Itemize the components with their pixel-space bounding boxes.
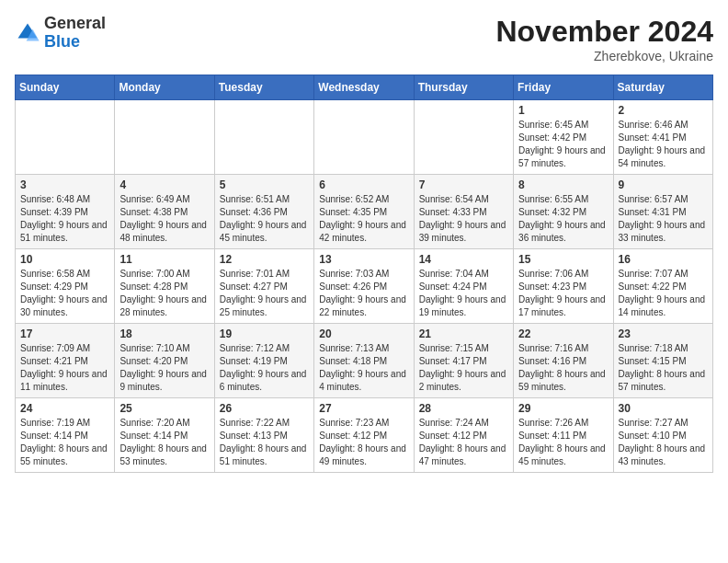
- day-info: Sunrise: 6:55 AM Sunset: 4:32 PM Dayligh…: [518, 193, 608, 245]
- day-info: Sunrise: 7:24 AM Sunset: 4:12 PM Dayligh…: [419, 417, 508, 468]
- calendar-cell: [214, 100, 313, 175]
- calendar-cell: 9Sunrise: 6:57 AM Sunset: 4:31 PM Daylig…: [613, 175, 712, 249]
- calendar-cell: 3Sunrise: 6:48 AM Sunset: 4:39 PM Daylig…: [16, 175, 115, 249]
- calendar-cell: 22Sunrise: 7:16 AM Sunset: 4:16 PM Dayli…: [514, 324, 613, 398]
- month-title: November 2024: [495, 15, 713, 49]
- day-info: Sunrise: 6:52 AM Sunset: 4:35 PM Dayligh…: [319, 193, 408, 245]
- day-number: 23: [619, 327, 708, 340]
- day-info: Sunrise: 7:27 AM Sunset: 4:10 PM Dayligh…: [619, 417, 708, 468]
- calendar-cell: 18Sunrise: 7:10 AM Sunset: 4:20 PM Dayli…: [115, 324, 214, 398]
- day-number: 5: [220, 178, 309, 191]
- calendar-cell: 28Sunrise: 7:24 AM Sunset: 4:12 PM Dayli…: [414, 398, 513, 473]
- calendar-cell: 16Sunrise: 7:07 AM Sunset: 4:22 PM Dayli…: [613, 249, 712, 324]
- calendar-cell: [314, 100, 414, 175]
- calendar-cell: 20Sunrise: 7:13 AM Sunset: 4:18 PM Dayli…: [314, 324, 414, 398]
- day-info: Sunrise: 7:26 AM Sunset: 4:11 PM Dayligh…: [518, 417, 608, 468]
- calendar: SundayMondayTuesdayWednesdayThursdayFrid…: [15, 75, 713, 473]
- calendar-cell: 17Sunrise: 7:09 AM Sunset: 4:21 PM Dayli…: [16, 324, 115, 398]
- day-number: 26: [220, 402, 309, 415]
- day-info: Sunrise: 7:19 AM Sunset: 4:14 PM Dayligh…: [20, 417, 109, 468]
- calendar-cell: 11Sunrise: 7:00 AM Sunset: 4:28 PM Dayli…: [115, 249, 214, 324]
- calendar-cell: [16, 100, 115, 175]
- page-header: General Blue November 2024 Zherebkove, U…: [15, 15, 713, 63]
- calendar-cell: 23Sunrise: 7:18 AM Sunset: 4:15 PM Dayli…: [613, 324, 712, 398]
- day-info: Sunrise: 6:54 AM Sunset: 4:33 PM Dayligh…: [419, 193, 508, 245]
- calendar-cell: 30Sunrise: 7:27 AM Sunset: 4:10 PM Dayli…: [613, 398, 712, 473]
- calendar-cell: 26Sunrise: 7:22 AM Sunset: 4:13 PM Dayli…: [214, 398, 313, 473]
- day-info: Sunrise: 7:15 AM Sunset: 4:17 PM Dayligh…: [419, 342, 508, 394]
- weekday-header-saturday: Saturday: [613, 75, 712, 100]
- day-number: 7: [419, 178, 508, 191]
- day-number: 28: [419, 402, 508, 415]
- day-info: Sunrise: 7:22 AM Sunset: 4:13 PM Dayligh…: [220, 417, 309, 468]
- day-number: 6: [319, 178, 408, 191]
- weekday-header-wednesday: Wednesday: [314, 75, 414, 100]
- day-info: Sunrise: 6:58 AM Sunset: 4:29 PM Dayligh…: [20, 268, 109, 319]
- day-number: 27: [319, 402, 408, 415]
- day-number: 4: [119, 178, 209, 191]
- day-info: Sunrise: 7:00 AM Sunset: 4:28 PM Dayligh…: [119, 268, 209, 319]
- day-info: Sunrise: 7:01 AM Sunset: 4:27 PM Dayligh…: [220, 268, 309, 319]
- day-info: Sunrise: 6:49 AM Sunset: 4:38 PM Dayligh…: [119, 193, 209, 245]
- day-info: Sunrise: 7:06 AM Sunset: 4:23 PM Dayligh…: [518, 268, 608, 319]
- day-info: Sunrise: 7:13 AM Sunset: 4:18 PM Dayligh…: [319, 342, 408, 394]
- day-info: Sunrise: 6:57 AM Sunset: 4:31 PM Dayligh…: [619, 193, 708, 245]
- weekday-header-sunday: Sunday: [16, 75, 115, 100]
- calendar-cell: 21Sunrise: 7:15 AM Sunset: 4:17 PM Dayli…: [414, 324, 513, 398]
- calendar-cell: 12Sunrise: 7:01 AM Sunset: 4:27 PM Dayli…: [214, 249, 313, 324]
- calendar-cell: 15Sunrise: 7:06 AM Sunset: 4:23 PM Dayli…: [514, 249, 613, 324]
- day-info: Sunrise: 6:45 AM Sunset: 4:42 PM Dayligh…: [518, 119, 608, 170]
- calendar-cell: 2Sunrise: 6:46 AM Sunset: 4:41 PM Daylig…: [613, 100, 712, 175]
- day-number: 17: [20, 327, 109, 340]
- calendar-cell: 6Sunrise: 6:52 AM Sunset: 4:35 PM Daylig…: [314, 175, 414, 249]
- calendar-cell: 7Sunrise: 6:54 AM Sunset: 4:33 PM Daylig…: [414, 175, 513, 249]
- calendar-cell: 1Sunrise: 6:45 AM Sunset: 4:42 PM Daylig…: [514, 100, 613, 175]
- day-info: Sunrise: 7:18 AM Sunset: 4:15 PM Dayligh…: [619, 342, 708, 394]
- day-number: 1: [518, 104, 608, 117]
- calendar-cell: 4Sunrise: 6:49 AM Sunset: 4:38 PM Daylig…: [115, 175, 214, 249]
- calendar-cell: 14Sunrise: 7:04 AM Sunset: 4:24 PM Dayli…: [414, 249, 513, 324]
- weekday-header-thursday: Thursday: [414, 75, 513, 100]
- day-number: 19: [220, 327, 309, 340]
- calendar-cell: 10Sunrise: 6:58 AM Sunset: 4:29 PM Dayli…: [16, 249, 115, 324]
- day-number: 20: [319, 327, 408, 340]
- day-number: 29: [518, 402, 608, 415]
- day-number: 9: [619, 178, 708, 191]
- day-number: 24: [20, 402, 109, 415]
- weekday-header-monday: Monday: [115, 75, 214, 100]
- calendar-cell: [414, 100, 513, 175]
- calendar-cell: 8Sunrise: 6:55 AM Sunset: 4:32 PM Daylig…: [514, 175, 613, 249]
- day-number: 25: [119, 402, 209, 415]
- day-info: Sunrise: 7:07 AM Sunset: 4:22 PM Dayligh…: [619, 268, 708, 319]
- calendar-cell: 24Sunrise: 7:19 AM Sunset: 4:14 PM Dayli…: [16, 398, 115, 473]
- day-number: 16: [619, 253, 708, 266]
- day-number: 18: [119, 327, 209, 340]
- location: Zherebkove, Ukraine: [495, 49, 713, 63]
- day-info: Sunrise: 6:48 AM Sunset: 4:39 PM Dayligh…: [20, 193, 109, 245]
- day-info: Sunrise: 7:16 AM Sunset: 4:16 PM Dayligh…: [518, 342, 608, 394]
- day-number: 14: [419, 253, 508, 266]
- day-info: Sunrise: 7:09 AM Sunset: 4:21 PM Dayligh…: [20, 342, 109, 394]
- day-number: 10: [20, 253, 109, 266]
- day-info: Sunrise: 7:20 AM Sunset: 4:14 PM Dayligh…: [119, 417, 209, 468]
- day-number: 3: [20, 178, 109, 191]
- day-number: 15: [518, 253, 608, 266]
- day-number: 8: [518, 178, 608, 191]
- day-number: 13: [319, 253, 408, 266]
- day-number: 11: [119, 253, 209, 266]
- day-number: 22: [518, 327, 608, 340]
- day-info: Sunrise: 7:04 AM Sunset: 4:24 PM Dayligh…: [419, 268, 508, 319]
- day-number: 12: [220, 253, 309, 266]
- logo: General Blue: [15, 15, 106, 52]
- day-info: Sunrise: 7:23 AM Sunset: 4:12 PM Dayligh…: [319, 417, 408, 468]
- day-number: 21: [419, 327, 508, 340]
- calendar-cell: 25Sunrise: 7:20 AM Sunset: 4:14 PM Dayli…: [115, 398, 214, 473]
- weekday-header-friday: Friday: [514, 75, 613, 100]
- day-info: Sunrise: 6:46 AM Sunset: 4:41 PM Dayligh…: [619, 119, 708, 170]
- calendar-cell: 5Sunrise: 6:51 AM Sunset: 4:36 PM Daylig…: [214, 175, 313, 249]
- calendar-cell: 19Sunrise: 7:12 AM Sunset: 4:19 PM Dayli…: [214, 324, 313, 398]
- day-info: Sunrise: 6:51 AM Sunset: 4:36 PM Dayligh…: [220, 193, 309, 245]
- day-info: Sunrise: 7:10 AM Sunset: 4:20 PM Dayligh…: [119, 342, 209, 394]
- day-info: Sunrise: 7:03 AM Sunset: 4:26 PM Dayligh…: [319, 268, 408, 319]
- day-number: 30: [619, 402, 708, 415]
